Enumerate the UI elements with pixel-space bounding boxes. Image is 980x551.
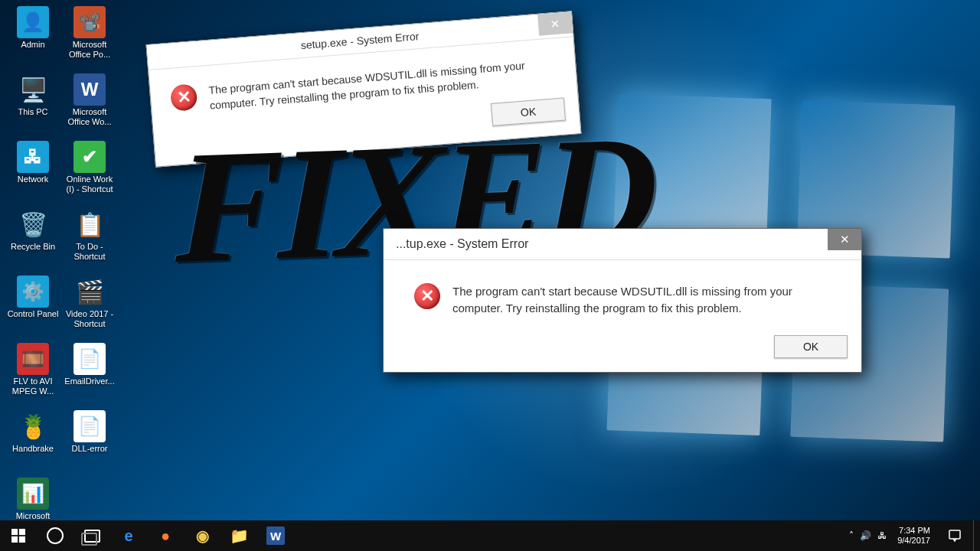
notification-icon [949, 530, 961, 542]
firefox-icon: ● [161, 527, 170, 545]
dialog-message: The program can't start because WDSUTIL.… [452, 283, 838, 317]
windows-icon [11, 529, 25, 543]
app-icon: 🍍 [17, 410, 49, 442]
desktop-icon-label: Video 2017 - Shortcut [62, 309, 117, 329]
close-button[interactable]: ✕ [537, 11, 573, 35]
app-icon: 📊 [17, 478, 49, 510]
task-view-icon [84, 530, 100, 543]
taskbar-app-explorer[interactable]: 📁 [220, 520, 257, 551]
svg-rect-2 [11, 536, 18, 543]
ok-button[interactable]: OK [491, 98, 566, 126]
chrome-icon: ◉ [196, 527, 209, 545]
desktop-icon-label: Handbrake [12, 444, 54, 454]
app-icon: W [74, 73, 106, 106]
desktop-icon[interactable]: 🖥️This PC [5, 72, 61, 139]
tray-chevron-icon[interactable]: ˄ [849, 530, 854, 541]
app-icon: ✔ [74, 141, 106, 173]
app-icon: 📄 [74, 410, 106, 442]
app-icon: 🎬 [74, 276, 106, 308]
start-button[interactable] [0, 520, 37, 551]
svg-rect-4 [949, 530, 960, 539]
desktop-icon[interactable]: 📄DLL-error [61, 409, 118, 476]
desktop-icon[interactable]: ✔Online Work (I) - Shortcut [61, 139, 118, 207]
desktop-icon[interactable]: 📋To Do - Shortcut [61, 207, 118, 274]
app-icon: 📋 [74, 208, 106, 240]
circle-icon [47, 527, 64, 544]
dialog-titlebar[interactable]: ...tup.exe - System Error ✕ [384, 229, 861, 260]
desktop-icon-label: Recycle Bin [11, 242, 55, 252]
error-icon: ✕ [170, 83, 198, 112]
desktop-icon-label: To Do - Shortcut [62, 242, 117, 262]
dialog-title: setup.exe - System Error [300, 30, 420, 51]
desktop-icon[interactable]: 🎞️FLV to AVI MPEG W... [5, 341, 61, 409]
error-dialog-2: ...tup.exe - System Error ✕ ✕ The progra… [383, 228, 862, 373]
desktop-icon-label: Control Panel [8, 309, 59, 319]
svg-rect-3 [19, 536, 25, 543]
desktop-icon-label: Microsoft Office Po... [62, 40, 117, 60]
app-icon: 📽️ [74, 6, 106, 38]
volume-icon[interactable]: 🔊 [860, 530, 871, 541]
word-icon: W [266, 527, 285, 545]
taskbar-app-edge[interactable]: e [110, 520, 147, 551]
svg-rect-0 [11, 529, 18, 535]
taskbar-app-firefox[interactable]: ● [147, 520, 184, 551]
app-icon: 🖥️ [17, 73, 49, 106]
desktop-icon-grid: 👤Admin🖥️This PC🖧Network🗑️Recycle Bin⚙️Co… [5, 5, 127, 517]
taskbar-app-word[interactable]: W [257, 520, 294, 551]
taskbar: e●◉📁W ˄ 🔊 🖧 7:34 PM 9/4/2017 [0, 520, 980, 551]
desktop-icon-label: Online Work (I) - Shortcut [62, 174, 117, 194]
error-icon: ✕ [414, 283, 440, 309]
clock-date: 9/4/2017 [897, 536, 930, 546]
app-icon: 🗑️ [17, 208, 49, 240]
desktop-icon[interactable]: ⚙️Control Panel [5, 274, 61, 341]
desktop-icon[interactable]: 👤Admin [5, 5, 61, 72]
desktop-icon-label: Admin [21, 40, 44, 50]
clock-time: 7:34 PM [899, 526, 930, 536]
close-button[interactable]: ✕ [828, 229, 861, 250]
app-icon: ⚙️ [17, 276, 49, 308]
cortana-button[interactable] [37, 520, 74, 551]
dialog-title: ...tup.exe - System Error [396, 237, 528, 251]
svg-rect-1 [19, 529, 25, 535]
app-icon: 📄 [74, 343, 106, 375]
desktop-icon[interactable]: 📽️Microsoft Office Po... [61, 5, 118, 72]
desktop-icon[interactable]: 🖧Network [5, 139, 61, 207]
system-tray: ˄ 🔊 🖧 [844, 530, 891, 541]
desktop-icon[interactable]: 🎬Video 2017 - Shortcut [61, 274, 118, 341]
ok-button[interactable]: OK [774, 335, 848, 358]
error-dialog-1: setup.exe - System Error ✕ ✕ The program… [146, 11, 582, 167]
network-icon[interactable]: 🖧 [877, 530, 887, 541]
app-icon: 🖧 [17, 141, 49, 173]
desktop-icon[interactable]: 🍍Handbrake [5, 409, 61, 476]
desktop-icon-label: FLV to AVI MPEG W... [5, 377, 60, 396]
taskbar-apps: e●◉📁W [110, 520, 294, 551]
desktop-icon-label: This PC [18, 107, 47, 117]
task-view-button[interactable] [74, 520, 110, 551]
edge-icon: e [124, 527, 132, 545]
desktop-icon[interactable]: 🗑️Recycle Bin [5, 207, 61, 274]
action-center-button[interactable] [936, 520, 973, 551]
desktop-icon[interactable]: 📄EmailDriver... [61, 341, 118, 409]
taskbar-clock[interactable]: 7:34 PM 9/4/2017 [891, 526, 936, 546]
taskbar-app-chrome[interactable]: ◉ [184, 520, 220, 551]
desktop-icon[interactable]: WMicrosoft Office Wo... [61, 72, 118, 139]
desktop-icon-label: EmailDriver... [64, 377, 114, 386]
app-icon: 👤 [17, 6, 49, 38]
desktop-icon-label: DLL-error [71, 444, 107, 454]
app-icon: 🎞️ [17, 343, 49, 375]
desktop-icon-label: Network [18, 174, 48, 184]
desktop-icon-label: Microsoft Office Wo... [62, 107, 117, 127]
show-desktop-button[interactable] [973, 520, 980, 551]
explorer-icon: 📁 [230, 527, 249, 545]
